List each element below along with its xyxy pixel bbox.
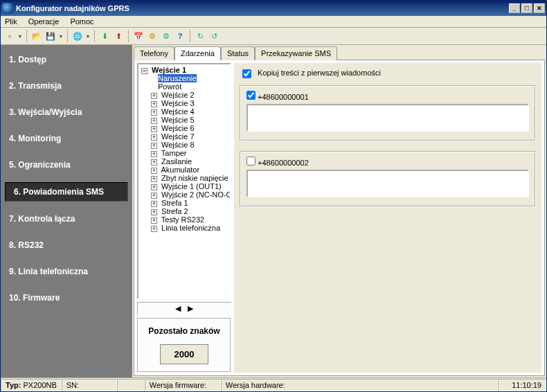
upload-icon[interactable]: ⬆ xyxy=(112,30,125,42)
sidebar-item-phoneline[interactable]: 9. Linia telefoniczna xyxy=(1,262,132,280)
toolbar: ▫ ▼ 📂 💾 ▼ 🌐 ▼ ⬇ ⬆ 📅 ⚙ ⚙ ? ↻ ↺ xyxy=(1,28,546,45)
calendar-icon[interactable]: 📅 xyxy=(132,30,145,42)
remaining-box: Pozostało znaków 2000 xyxy=(137,318,231,373)
tree-node[interactable]: + Zasilanie xyxy=(138,157,230,166)
tree-node[interactable]: + Zbyt niskie napięcie - xyxy=(138,174,230,182)
sidebar-item-rs232[interactable]: 8. RS232 xyxy=(1,236,132,254)
help-icon[interactable]: ? xyxy=(174,30,186,42)
tree-node[interactable]: + Tamper xyxy=(138,149,230,157)
sidebar-item-transmission[interactable]: 2. Transmisja xyxy=(1,77,132,95)
maximize-button[interactable]: □ xyxy=(521,3,532,13)
tree-node[interactable]: + Wejście 7 xyxy=(138,132,230,141)
remaining-count: 2000 xyxy=(160,344,209,364)
app-icon xyxy=(2,3,13,14)
minimize-button[interactable]: _ xyxy=(509,3,520,13)
window-title: Konfigurator nadajników GPRS xyxy=(16,4,509,12)
sidebar-item-link[interactable]: 7. Kontrola łącza xyxy=(1,210,132,228)
tab-phones[interactable]: Telefony xyxy=(134,46,174,60)
tree-next-button[interactable]: ▶ xyxy=(188,304,193,313)
status-spacer xyxy=(117,379,145,391)
phone-group-1: +48600000001 xyxy=(240,85,536,141)
sidebar-item-restrictions[interactable]: 5. Ograniczenia xyxy=(1,156,132,174)
tree-node[interactable]: + Testy RS232 xyxy=(138,215,230,224)
phone-group-2: +48600000002 xyxy=(240,151,536,207)
status-type: Typ: PX200NB xyxy=(1,379,62,391)
phone2-checkbox[interactable] xyxy=(246,157,255,166)
content-area: Telefony Zdarzenia Status Przekazywanie … xyxy=(132,45,546,377)
tab-status[interactable]: Status xyxy=(221,46,255,60)
gear1-icon[interactable]: ⚙ xyxy=(146,30,159,42)
tree-node[interactable]: + Wejście 6 xyxy=(138,124,230,132)
menu-help[interactable]: Pomoc xyxy=(70,17,93,26)
sidebar-item-sms[interactable]: 6. Powiadomienia SMS xyxy=(5,182,128,202)
sidebar-item-firmware[interactable]: 10. Firmware xyxy=(1,289,132,307)
tree-prev-button[interactable]: ◀ xyxy=(175,304,181,313)
tree-node[interactable]: + Wejście 4 xyxy=(138,107,230,116)
tab-events[interactable]: Zdarzenia xyxy=(174,46,221,60)
tree-node[interactable]: + Strefa 2 xyxy=(138,207,230,215)
menubar: Plik Operacje Pomoc xyxy=(1,16,546,28)
form-panel: Kopiuj treści z pierwszej wiadomości +48… xyxy=(234,63,541,373)
copy-first-checkbox[interactable] xyxy=(242,69,251,78)
tree-panel: − Wejście 1NaruszeniePowrót+ Wejście 2+ … xyxy=(137,63,231,373)
phone1-number: +48600000001 xyxy=(258,93,309,101)
remaining-label: Pozostało znaków xyxy=(143,326,226,336)
tree-node[interactable]: + Wejście 8 xyxy=(138,141,230,149)
phone1-message-input[interactable] xyxy=(246,104,529,132)
status-sn: SN: xyxy=(62,379,117,391)
open-icon[interactable]: 📂 xyxy=(30,30,43,42)
tree-node[interactable]: Powrót xyxy=(138,82,230,91)
close-button[interactable]: ✕ xyxy=(534,3,545,13)
event-tree[interactable]: − Wejście 1NaruszeniePowrót+ Wejście 2+ … xyxy=(137,63,231,299)
menu-file[interactable]: Plik xyxy=(5,17,17,26)
status-clock: 11:10:19 xyxy=(498,379,546,391)
tree-node[interactable]: Naruszenie xyxy=(138,74,230,82)
phone2-number: +48600000002 xyxy=(258,159,309,167)
sidebar-item-monitoring[interactable]: 4. Monitoring xyxy=(1,130,132,148)
new-icon[interactable]: ▫ xyxy=(3,30,16,42)
sidebar-item-access[interactable]: 1. Dostęp xyxy=(1,51,132,69)
tree-nav: ◀ ▶ xyxy=(137,302,231,315)
titlebar: Konfigurator nadajników GPRS _ □ ✕ xyxy=(1,1,546,16)
globe-dropdown[interactable]: ▼ xyxy=(85,34,91,39)
tree-node[interactable]: + Wyjście 1 (OUT1) xyxy=(138,182,230,190)
tree-node[interactable]: + Wejście 5 xyxy=(138,116,230,124)
tree-node[interactable]: + Wejście 3 xyxy=(138,99,230,107)
save-dropdown[interactable]: ▼ xyxy=(58,34,64,39)
gear2-icon[interactable]: ⚙ xyxy=(160,30,172,42)
tree-node[interactable]: − Wejście 1 xyxy=(138,66,230,74)
menu-operations[interactable]: Operacje xyxy=(28,17,60,26)
statusbar: Typ: PX200NB SN: Wersja firmware: Wersja… xyxy=(1,377,546,391)
status-hardware: Wersja hardware: xyxy=(221,379,498,391)
copy-first-label: Kopiuj treści z pierwszej wiadomości xyxy=(258,69,381,77)
tabs: Telefony Zdarzenia Status Przekazywanie … xyxy=(134,46,545,60)
tree-node[interactable]: + Akumulator xyxy=(138,166,230,174)
tree-node[interactable]: + Linia telefoniczna xyxy=(138,224,230,232)
sidebar-item-io[interactable]: 3. Wejścia/Wyjścia xyxy=(1,103,132,121)
new-dropdown[interactable]: ▼ xyxy=(17,34,23,39)
phone2-message-input[interactable] xyxy=(246,170,529,197)
refresh2-icon[interactable]: ↺ xyxy=(208,30,220,42)
globe-icon[interactable]: 🌐 xyxy=(71,30,84,42)
tree-node[interactable]: + Wejście 2 xyxy=(138,91,230,99)
sidebar: 1. Dostęp 2. Transmisja 3. Wejścia/Wyjśc… xyxy=(1,45,132,377)
tree-node[interactable]: + Strefa 1 xyxy=(138,199,230,207)
phone1-checkbox[interactable] xyxy=(246,91,255,100)
save-icon[interactable]: 💾 xyxy=(44,30,57,42)
download-icon[interactable]: ⬇ xyxy=(98,30,111,42)
refresh1-icon[interactable]: ↻ xyxy=(194,30,206,42)
tree-node[interactable]: + Wyjście 2 (NC-NO-C) xyxy=(138,190,230,199)
status-firmware: Wersja firmware: xyxy=(145,379,221,391)
tab-forward-sms[interactable]: Przekazywanie SMS xyxy=(255,46,337,60)
